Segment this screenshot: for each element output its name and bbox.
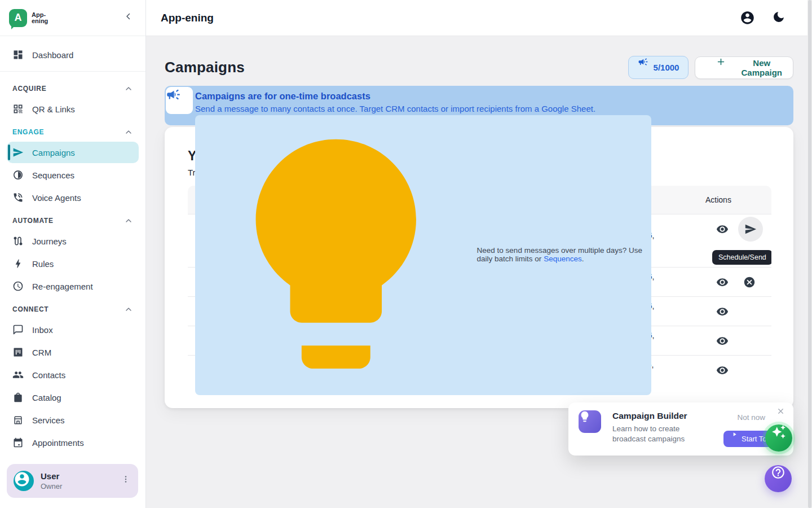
nav-section-automate[interactable]: AUTOMATE: [7, 209, 139, 229]
moon-icon: [771, 10, 786, 25]
dark-mode-toggle[interactable]: [771, 10, 786, 25]
sidebar-item-contacts[interactable]: Contacts: [7, 364, 139, 386]
sidebar-item-re-engagement[interactable]: Re-engagement: [7, 275, 139, 297]
sidebar-item-inbox[interactable]: Inbox: [7, 319, 139, 340]
page-scrollbar[interactable]: [807, 0, 812, 508]
contacts-icon: [12, 369, 24, 380]
account-button[interactable]: [740, 10, 755, 25]
not-now-button[interactable]: Not now: [737, 413, 765, 422]
app-window: A App- ening DashboardACQUIREQR & LinksE…: [0, 0, 812, 508]
sidebar-item-label: Inbox: [32, 325, 53, 335]
nav-section-acquire[interactable]: ACQUIRE: [7, 77, 139, 97]
actions-cell: [705, 329, 771, 353]
banner-tip-text: Need to send messages over multiple days…: [477, 246, 646, 263]
nav-section-engage[interactable]: ENGAGE: [7, 121, 139, 141]
new-campaign-button[interactable]: New Campaign: [695, 56, 793, 79]
sparkles-icon: [765, 424, 792, 452]
cancel-campaign-button[interactable]: [738, 270, 761, 295]
chevron-up-icon: [124, 216, 133, 225]
popup-close-button[interactable]: [774, 407, 787, 419]
chevron-left-icon: [122, 11, 135, 25]
content: Campaigns 5/1000 New Campaign Campaigns …: [146, 56, 812, 408]
qr-icon: [12, 103, 24, 115]
journeys-icon: [12, 235, 24, 247]
sidebar-item-services[interactable]: Services: [7, 409, 139, 431]
banner-tip: Need to send messages over multiple days…: [195, 115, 651, 395]
logo-text-line1: App-: [32, 12, 48, 18]
sidebar-item-label: Contacts: [32, 370, 65, 380]
account-circle-icon: [740, 10, 755, 25]
sidebar-item-dashboard[interactable]: Dashboard: [7, 44, 139, 65]
info-banner: Campaigns are for one-time broadcasts Se…: [165, 86, 793, 125]
sidebar-item-label: CRM: [32, 348, 51, 357]
nav-section-connect[interactable]: CONNECT: [7, 298, 139, 318]
view-campaign-button[interactable]: [711, 299, 734, 324]
new-campaign-label: New Campaign: [741, 58, 782, 77]
sidebar-header: A App- ening: [0, 0, 145, 36]
actions-cell: [705, 299, 771, 324]
view-campaign-button[interactable]: [711, 358, 734, 383]
popup-iconbox: [579, 410, 601, 433]
appointments-icon: [12, 437, 24, 448]
actions-cell: [705, 270, 771, 295]
sidebar-item-qr-links[interactable]: QR & Links: [7, 98, 139, 120]
help-icon: [765, 465, 792, 492]
sequences-icon: [12, 169, 24, 181]
play-icon: [731, 431, 738, 447]
popup-body: Learn how to create broadcast campaigns: [612, 424, 703, 444]
close-icon: [774, 407, 787, 419]
view-campaign-button[interactable]: [711, 217, 734, 242]
sidebar-item-appointments[interactable]: Appointments: [7, 432, 139, 453]
sidebar-item-journeys[interactable]: Journeys: [7, 230, 139, 252]
sidebar: A App- ening DashboardACQUIREQR & LinksE…: [0, 0, 146, 508]
user-role: Owner: [41, 482, 112, 491]
banner-iconbox: [166, 87, 193, 114]
sidebar-item-label: Campaigns: [32, 148, 75, 157]
sidebar-item-voice-agents[interactable]: Voice Agents: [7, 187, 139, 208]
help-fab[interactable]: [765, 465, 792, 492]
sidebar-item-label: Rules: [32, 259, 54, 269]
sidebar-item-label: QR & Links: [32, 104, 75, 114]
sidebar-item-label: Appointments: [32, 438, 84, 448]
megaphone-icon: [166, 87, 193, 114]
scrollbar-thumb[interactable]: [808, 0, 811, 508]
sidebar-item-label: Voice Agents: [32, 193, 81, 203]
view-campaign-button[interactable]: [711, 329, 734, 353]
sidebar-collapse-button[interactable]: [122, 11, 135, 25]
actions-cell: Schedule/Send: [705, 214, 771, 267]
schedule-send-button[interactable]: [738, 217, 763, 242]
page-head-actions: 5/1000 New Campaign: [628, 56, 793, 79]
sidebar-item-label: Catalog: [32, 393, 61, 402]
actions-cell: [705, 358, 771, 383]
user-menu-button[interactable]: [119, 474, 133, 488]
sidebar-nav: DashboardACQUIREQR & LinksENGAGECampaign…: [0, 36, 145, 453]
nav-section-label: ACQUIRE: [12, 85, 46, 93]
schedule-send-tooltip: Schedule/Send: [712, 250, 771, 265]
sidebar-item-label: Dashboard: [32, 50, 73, 60]
sidebar-item-sequences[interactable]: Sequences: [7, 164, 139, 186]
sidebar-item-catalog[interactable]: Catalog: [7, 387, 139, 408]
topbar: App-ening: [146, 0, 812, 36]
megaphone-icon: [638, 56, 648, 78]
crm-icon: [12, 347, 24, 358]
nav-divider: [0, 71, 145, 72]
lightbulb-icon: [579, 410, 601, 433]
sidebar-item-crm[interactable]: CRM: [7, 341, 139, 363]
logo-text-line2: ening: [32, 18, 48, 24]
sidebar-item-rules[interactable]: Rules: [7, 253, 139, 274]
catalog-icon: [12, 392, 24, 403]
user-name: User: [41, 471, 112, 481]
user-meta: User Owner: [41, 471, 112, 491]
plus-icon: [706, 57, 735, 78]
nav-section-label: ENGAGE: [12, 128, 44, 136]
sidebar-item-label: Services: [32, 415, 65, 425]
ai-assistant-fab[interactable]: [765, 424, 792, 452]
sidebar-item-campaigns[interactable]: Campaigns: [7, 142, 139, 163]
popup-title: Campaign Builder: [612, 411, 687, 421]
campaign-quota-badge[interactable]: 5/1000: [628, 56, 689, 79]
user-card[interactable]: User Owner: [7, 464, 138, 498]
view-campaign-button[interactable]: [711, 270, 734, 295]
sequences-link[interactable]: Sequences: [544, 255, 582, 263]
nav-section-label: CONNECT: [12, 305, 48, 313]
send-icon: [12, 147, 24, 158]
